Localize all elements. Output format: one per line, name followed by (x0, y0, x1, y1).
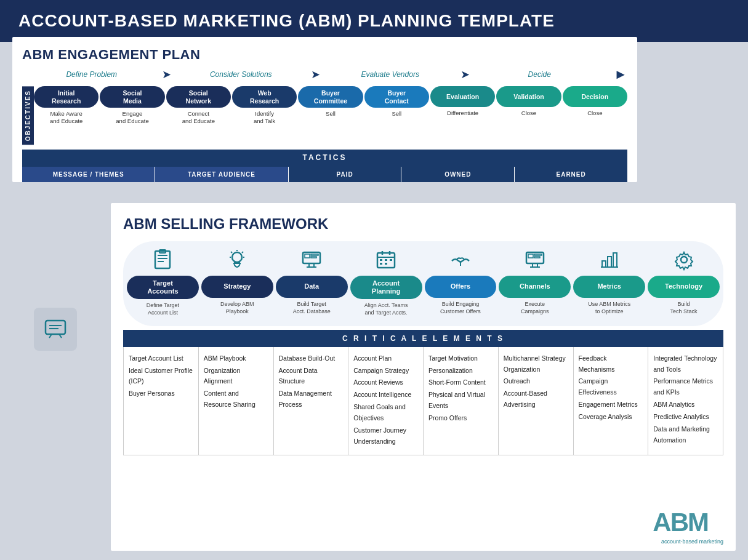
fw-sub-6: Use ABM Metricsto Optimize (587, 298, 632, 318)
fw-pill-7: Technology (648, 276, 720, 298)
crit-item: Integrated Technology and Tools (653, 353, 718, 375)
fw-col-6: Metrics Use ABM Metricsto Optimize (573, 247, 645, 320)
crit-item: Organization Alignment (204, 366, 268, 388)
svg-point-5 (232, 252, 242, 262)
crit-item: Customer Journey Understanding (353, 425, 418, 447)
fw-icon-4 (449, 247, 472, 272)
crit-item: Predictive Analytics (653, 412, 718, 423)
journey-step-4: Decide (470, 70, 609, 79)
crit-item: Promo Offers (428, 413, 493, 424)
svg-rect-31 (534, 254, 542, 255)
crit-col-6: Feedback MechanismsCampaign Effectivenes… (574, 347, 649, 455)
stage-item-3: WebResearch Identifyand Talk (232, 86, 297, 127)
stage-item-0: InitialResearch Make Awareand Educate (34, 86, 99, 127)
fw-sub-2: Build TargetAcct. Database (292, 298, 332, 318)
crit-item: Data and Marketing Automation (653, 424, 718, 446)
table-header-row: MESSAGE / THEMESTARGET AUDIENCEPAIDOWNED… (22, 166, 627, 182)
fw-icon-3 (375, 247, 397, 272)
svg-rect-32 (534, 257, 540, 258)
crit-col-2: Database Build-OutAccount Data Structure… (274, 347, 349, 455)
fw-sub-0: Define TargetAccount List (145, 299, 180, 319)
crit-item: Campaign Strategy (353, 366, 418, 377)
stage-item-6: Evaluation Differentiate (430, 86, 495, 127)
stage-sub-7: Close (520, 107, 537, 119)
crit-item: Buyer Personas (129, 388, 193, 399)
decorative-icon (34, 308, 77, 351)
table-header-2: PAID (289, 167, 402, 182)
stage-sub-3: Identifyand Talk (252, 108, 276, 127)
table-header-1: TARGET AUDIENCE (155, 167, 288, 182)
journey-chevron-2: ➤ (311, 68, 320, 81)
title-text: ACCOUNT-BASED MARKETING (ABM) PLANNING T… (18, 11, 555, 30)
stage-sub-2: Connectand Educate (181, 108, 216, 127)
crit-item: Ideal Customer Profile (ICP) (129, 366, 193, 388)
fw-col-4: Offers Build EngagingCustomer Offers (425, 247, 497, 320)
fw-icon-5 (524, 247, 546, 272)
svg-rect-15 (311, 257, 316, 258)
crit-item: Physical and Virtual Events (428, 390, 493, 412)
crit-item: Account Data Structure (279, 366, 344, 388)
crit-col-1: ABM PlaybookOrganization AlignmentConten… (199, 347, 274, 455)
crit-item: Account-Based Advertising (504, 388, 568, 410)
framework-cols: TargetAccounts Define TargetAccount List… (123, 241, 723, 326)
fw-col-1: Strategy Develop ABMPlaybook (201, 247, 273, 320)
fw-sub-1: Develop ABMPlaybook (219, 298, 255, 318)
crit-item: Short-Form Content (428, 377, 493, 388)
main-title: ACCOUNT-BASED MARKETING (ABM) PLANNING T… (0, 0, 748, 42)
crit-item: Content and Resource Sharing (204, 388, 268, 410)
svg-rect-38 (613, 253, 617, 267)
table-header-4: EARNED (515, 167, 627, 182)
stage-pill-4: BuyerCommittee (298, 86, 363, 108)
crit-item: Performance Metrics and KPIs (653, 376, 718, 398)
fw-pill-4: Offers (425, 276, 497, 298)
svg-rect-27 (385, 263, 387, 265)
abm-watermark-sub: account-based marketing (661, 538, 723, 545)
fw-sub-4: Build EngagingCustomer Offers (439, 298, 482, 318)
svg-line-8 (231, 252, 232, 253)
fw-pill-2: Data (276, 276, 348, 298)
fw-sub-5: ExecuteCampaigns (520, 298, 550, 318)
crit-col-5: Multichannel Strategy OrganizationOutrea… (499, 347, 574, 455)
stages-wrapper: InitialResearch Make Awareand Educate So… (34, 86, 627, 145)
svg-rect-13 (305, 254, 310, 258)
svg-rect-41 (46, 321, 65, 334)
crit-item: Coverage Analysis (579, 412, 643, 423)
stage-pill-2: SocialNetwork (166, 86, 231, 108)
journey-step-3: Evaluate Vendors (321, 70, 460, 79)
journey-chevron-3: ➤ (460, 68, 470, 81)
stage-item-4: BuyerCommittee Sell (298, 86, 363, 127)
fw-pill-0: TargetAccounts (127, 276, 199, 299)
crit-item: Feedback Mechanisms (579, 353, 643, 375)
crit-item: Database Build-Out (279, 353, 344, 364)
fw-pill-3: AccountPlanning (350, 276, 422, 299)
stage-pill-7: Validation (496, 86, 561, 107)
stage-pill-6: Evaluation (430, 86, 495, 107)
crit-item: Outreach (504, 376, 568, 387)
svg-rect-0 (155, 251, 170, 268)
stage-sub-1: Engageand Educate (115, 108, 150, 127)
fw-sub-7: BuildTech Stack (669, 298, 699, 318)
journey-bar: Define Problem ➤ Consider Solutions ➤ Ev… (22, 68, 627, 81)
crit-item: Target Account List (129, 353, 193, 364)
objectives-container: OBJECTIVES InitialResearch Make Awareand… (22, 86, 627, 145)
stage-sub-5: Sell (390, 108, 403, 119)
stage-item-7: Validation Close (496, 86, 561, 127)
crit-item: ABM Playbook (204, 353, 268, 364)
engagement-card: ABM ENGAGEMENT PLAN Define Problem ➤ Con… (12, 37, 637, 182)
engagement-title: ABM ENGAGEMENT PLAN (22, 47, 627, 63)
critical-grid: Target Account ListIdeal Customer Profil… (123, 347, 723, 455)
crit-col-7: Integrated Technology and ToolsPerforman… (648, 347, 723, 455)
journey-step-2: Consider Solutions (172, 70, 311, 79)
stage-item-5: BuyerContact Sell (364, 86, 429, 127)
svg-rect-37 (608, 257, 611, 267)
stage-pill-8: Decision (563, 86, 627, 107)
crit-item: Account Reviews (353, 377, 418, 388)
table-header-3: OWNED (401, 167, 515, 182)
stage-sub-8: Close (586, 107, 603, 119)
fw-icon-1 (226, 247, 248, 272)
selling-card: ABM SELLING FRAMEWORK TargetAccounts Def… (111, 203, 736, 551)
svg-rect-36 (602, 261, 606, 267)
svg-rect-25 (390, 259, 392, 261)
table-header-0: MESSAGE / THEMES (22, 167, 155, 182)
svg-rect-24 (385, 259, 387, 261)
